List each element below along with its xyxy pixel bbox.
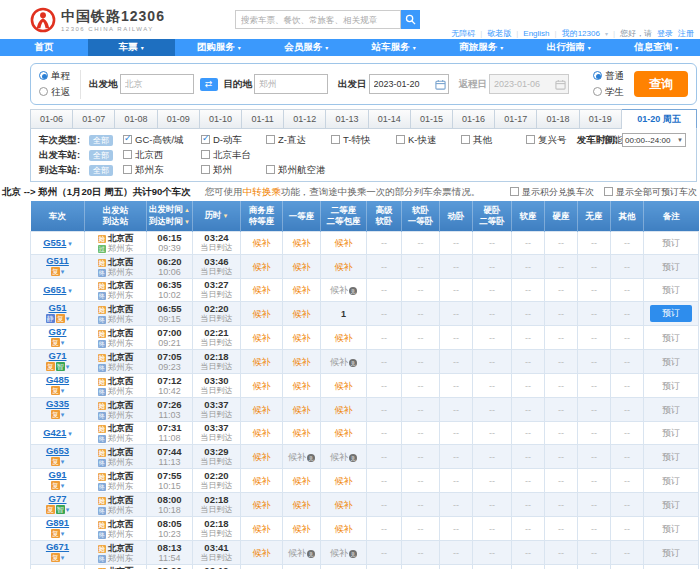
book-link[interactable]: 预订 (662, 476, 680, 486)
nav-item-站车服务[interactable]: 站车服务▾ (350, 39, 438, 56)
filter-option-北京丰台[interactable]: 北京丰台 (201, 149, 251, 162)
checkbox-icon[interactable] (123, 135, 132, 144)
nav-item-车票[interactable]: 车票▾ (88, 39, 176, 56)
waitlist-text[interactable]: 候补 (253, 333, 271, 343)
train-link-G891[interactable]: G891 (46, 517, 69, 528)
seat-cell[interactable]: 候补 (241, 350, 283, 374)
sort-arrow-icon[interactable]: ▲ (184, 207, 190, 213)
seat-cell[interactable]: 1 (321, 302, 367, 326)
logo[interactable]: 中国铁路12306 12306 CHINA RAILWAY (30, 7, 165, 33)
register-link[interactable]: 注册 (678, 28, 694, 39)
filter-option-郑州东[interactable]: 郑州东 (123, 164, 201, 177)
book-link[interactable]: 预订 (662, 262, 680, 272)
depart-time-select[interactable]: 00:00--24:00▼ (622, 133, 686, 147)
sort-arrow-icon[interactable]: ▼ (223, 213, 229, 219)
seat-cell[interactable]: 候补兑 (321, 350, 367, 374)
seat-cell[interactable]: 候补 (283, 565, 321, 569)
book-link[interactable]: 预订 (662, 357, 680, 367)
seat-cell[interactable]: 候补 (283, 398, 321, 422)
nav-item-信息查询[interactable]: 信息查询▾ (613, 39, 700, 56)
seat-cell[interactable]: 候补 (321, 255, 367, 279)
waitlist-text[interactable]: 候补 (293, 333, 311, 343)
seat-cell[interactable]: 候补 (241, 302, 283, 326)
expand-caret-icon[interactable]: ▾ (66, 315, 70, 322)
seat-cell[interactable]: 候补 (283, 255, 321, 279)
expand-caret-icon[interactable]: ▾ (61, 530, 65, 537)
train-link-G77[interactable]: G77 (49, 493, 67, 504)
seat-cell[interactable]: 候补 (321, 232, 367, 255)
waitlist-text[interactable]: 候补 (253, 405, 271, 415)
date-tab-01-08[interactable]: 01-08 (115, 109, 157, 129)
trip-type-往返[interactable]: 往返 (39, 86, 70, 99)
waitlist-text[interactable]: 候补 (335, 476, 353, 486)
waitlist-text[interactable]: 候补 (253, 381, 271, 391)
seat-cell[interactable]: 候补 (283, 469, 321, 493)
filter-option-K-快速[interactable]: K-快速 (396, 134, 461, 147)
expand-caret-icon[interactable]: ▾ (61, 387, 65, 394)
waitlist-text[interactable]: 候补 (335, 238, 353, 248)
seat-cell[interactable]: 候补 (241, 255, 283, 279)
date-tab-01-17[interactable]: 01-17 (495, 109, 537, 129)
filter-option-GC-高铁/城[interactable]: GC-高铁/城 (123, 134, 201, 147)
book-link[interactable]: 预订 (662, 548, 680, 558)
sort-arrow-icon[interactable]: ▼ (184, 219, 190, 225)
trip-type-单程[interactable]: 单程 (39, 70, 70, 83)
seat-cell[interactable]: 候补 (321, 469, 367, 493)
seat-cell[interactable]: 候补 (241, 232, 283, 255)
waitlist-text[interactable]: 候补 (293, 262, 311, 272)
waitlist-text[interactable]: 候补 (293, 476, 311, 486)
waitlist-text[interactable]: 候补 (335, 428, 353, 438)
waitlist-text[interactable]: 候补 (293, 500, 311, 510)
seat-cell[interactable]: 候补 (321, 422, 367, 445)
waitlist-text[interactable]: 候补 (253, 476, 271, 486)
top-link[interactable]: English (523, 29, 549, 38)
date-tab-01-09[interactable]: 01-09 (158, 109, 200, 129)
seat-cell[interactable]: 候补 (241, 541, 283, 565)
seat-cell[interactable]: 候补 (283, 326, 321, 350)
book-link[interactable]: 预订 (662, 524, 680, 534)
waitlist-text[interactable]: 候补 (288, 548, 306, 558)
seat-cell[interactable]: 候补 (241, 398, 283, 422)
date-tab-01-06[interactable]: 01-06 (30, 109, 73, 129)
book-button[interactable]: 预订 (650, 305, 692, 322)
filter-all-badge[interactable]: 全部 (89, 165, 113, 176)
checkbox-icon[interactable] (201, 165, 210, 174)
date-tab-01-18[interactable]: 01-18 (537, 109, 579, 129)
waitlist-text[interactable]: 候补 (293, 405, 311, 415)
book-link[interactable]: 预订 (662, 500, 680, 510)
book-link[interactable]: 预订 (662, 381, 680, 391)
train-link-G653[interactable]: G653 (46, 445, 69, 456)
toggle-points-redeem[interactable]: 显示积分兑换车次 (510, 186, 594, 199)
seat-cell[interactable]: 候补 (283, 493, 321, 517)
seat-cell[interactable]: 候补 (283, 422, 321, 445)
checkbox-icon[interactable] (604, 187, 613, 196)
train-link-G87[interactable]: G87 (49, 326, 67, 337)
swap-stations-icon[interactable]: ⇄ (200, 78, 218, 91)
seat-cell[interactable]: 候补 (283, 302, 321, 326)
waitlist-text[interactable]: 候补 (253, 452, 271, 462)
date-tab-01-07[interactable]: 01-07 (73, 109, 115, 129)
expand-caret-icon[interactable]: ▾ (66, 363, 70, 370)
date-tab-01-16[interactable]: 01-16 (453, 109, 495, 129)
waitlist-text[interactable]: 候补 (253, 548, 271, 558)
seat-cell[interactable]: 候补 (283, 350, 321, 374)
seat-cell[interactable]: 候补 (241, 517, 283, 541)
train-link-G51[interactable]: G51 (49, 302, 67, 313)
seat-cell[interactable]: 候补兑 (321, 541, 367, 565)
filter-option-北京西[interactable]: 北京西 (123, 149, 201, 162)
top-link[interactable]: 敬老版 (487, 28, 511, 39)
checkbox-icon[interactable] (123, 150, 132, 159)
waitlist-text[interactable]: 候补 (293, 357, 311, 367)
expand-caret-icon[interactable]: ▾ (61, 482, 65, 489)
waitlist-text[interactable]: 候补 (253, 428, 271, 438)
nav-item-团购服务[interactable]: 团购服务▾ (175, 39, 263, 56)
nav-item-出行指南[interactable]: 出行指南▾ (525, 39, 613, 56)
train-link-G91[interactable]: G91 (49, 469, 67, 480)
waitlist-text[interactable]: 候补 (293, 428, 311, 438)
seat-cell[interactable]: 候补兑 (283, 541, 321, 565)
date-tab-active[interactable]: 01-20 周五 (622, 109, 697, 129)
checkbox-icon[interactable] (266, 135, 275, 144)
waitlist-text[interactable]: 候补 (335, 405, 353, 415)
radio-icon[interactable] (39, 87, 48, 96)
checkbox-icon[interactable] (510, 187, 519, 196)
